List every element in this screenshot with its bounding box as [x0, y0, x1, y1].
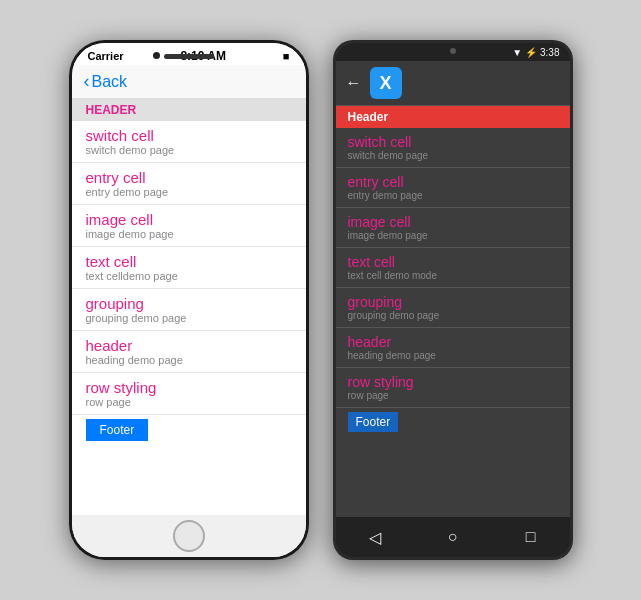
android-app-icon: X — [370, 67, 402, 99]
ios-battery: ■ — [283, 50, 290, 62]
android-cell-subtitle: switch demo page — [348, 150, 558, 161]
iphone-camera — [153, 52, 160, 59]
ios-footer-label: Footer — [86, 419, 149, 441]
android-cell-title: header — [348, 334, 558, 350]
ios-carrier: Carrier — [88, 50, 124, 62]
android-camera — [450, 48, 456, 54]
android-app-icon-label: X — [379, 73, 391, 94]
android-home-button[interactable]: ○ — [438, 525, 468, 549]
ios-back-button[interactable]: ‹ Back — [84, 71, 294, 92]
list-item[interactable]: row styling row page — [336, 368, 570, 408]
android-toolbar-back[interactable]: ← — [346, 74, 362, 92]
android-back-button[interactable]: ◁ — [360, 525, 390, 549]
list-item[interactable]: text cell text celldemo page — [72, 247, 306, 289]
android-toolbar: ← X — [336, 61, 570, 106]
android-footer-label: Footer — [348, 412, 399, 432]
ios-cell-title: text cell — [86, 253, 292, 270]
list-item[interactable]: image cell image demo page — [72, 205, 306, 247]
list-item[interactable]: switch cell switch demo page — [72, 121, 306, 163]
ios-cell-subtitle: image demo page — [86, 228, 292, 240]
android-time: 3:38 — [540, 47, 559, 58]
android-cell-subtitle: entry demo page — [348, 190, 558, 201]
ios-nav-bar: ‹ Back — [72, 65, 306, 99]
android-cell-title: grouping — [348, 294, 558, 310]
ios-list: Header switch cell switch demo page entr… — [72, 99, 306, 445]
list-item[interactable]: header heading demo page — [72, 331, 306, 373]
ios-cell-subtitle: entry demo page — [86, 186, 292, 198]
ios-cell-title: entry cell — [86, 169, 292, 186]
list-item[interactable]: row styling row page — [72, 373, 306, 415]
list-item[interactable]: grouping grouping demo page — [336, 288, 570, 328]
list-item[interactable]: switch cell switch demo page — [336, 128, 570, 168]
ios-cell-subtitle: grouping demo page — [86, 312, 292, 324]
ios-cell-title: switch cell — [86, 127, 292, 144]
android-cell-subtitle: grouping demo page — [348, 310, 558, 321]
ios-cell-title: grouping — [86, 295, 292, 312]
android-cell-title: row styling — [348, 374, 558, 390]
ios-cell-title: header — [86, 337, 292, 354]
android-recent-button[interactable]: □ — [516, 525, 546, 549]
android-status-icons: ▼ ⚡ 3:38 — [512, 47, 559, 58]
ios-cell-title: row styling — [86, 379, 292, 396]
android-content: Header switch cell switch demo page entr… — [336, 106, 570, 517]
ios-cell-subtitle: switch demo page — [86, 144, 292, 156]
android-wifi-icon: ▼ — [512, 47, 522, 58]
ios-content: Header switch cell switch demo page entr… — [72, 99, 306, 515]
ios-cell-subtitle: text celldemo page — [86, 270, 292, 282]
ios-back-label: Back — [92, 73, 128, 91]
ios-cell-subtitle: row page — [86, 396, 292, 408]
android-cell-title: image cell — [348, 214, 558, 230]
list-item[interactable]: image cell image demo page — [336, 208, 570, 248]
android-battery-icon: ⚡ — [525, 47, 537, 58]
android-cell-title: entry cell — [348, 174, 558, 190]
android-nav-bar: ◁ ○ □ — [336, 517, 570, 557]
iphone-speaker — [164, 54, 214, 59]
list-item[interactable]: entry cell entry demo page — [336, 168, 570, 208]
ios-cell-title: image cell — [86, 211, 292, 228]
ios-list-footer: Footer — [72, 415, 306, 445]
android-cell-subtitle: heading demo page — [348, 350, 558, 361]
android-list-footer: Footer — [336, 408, 570, 436]
list-item[interactable]: header heading demo page — [336, 328, 570, 368]
ios-back-chevron: ‹ — [84, 71, 90, 92]
ios-list-header: Header — [72, 99, 306, 121]
ios-cell-subtitle: heading demo page — [86, 354, 292, 366]
ios-home-circle[interactable] — [173, 520, 205, 552]
android-cell-title: switch cell — [348, 134, 558, 150]
android-device: ▼ ⚡ 3:38 ← X Header switch cell switch d… — [333, 40, 573, 560]
android-cell-subtitle: text cell demo mode — [348, 270, 558, 281]
list-item[interactable]: text cell text cell demo mode — [336, 248, 570, 288]
android-cell-subtitle: image demo page — [348, 230, 558, 241]
android-list: Header switch cell switch demo page entr… — [336, 106, 570, 436]
android-cell-title: text cell — [348, 254, 558, 270]
ios-home-button-area — [72, 515, 306, 557]
list-item[interactable]: entry cell entry demo page — [72, 163, 306, 205]
android-cell-subtitle: row page — [348, 390, 558, 401]
list-item[interactable]: grouping grouping demo page — [72, 289, 306, 331]
android-list-header: Header — [336, 106, 570, 128]
iphone-device: Carrier 8:10 AM ■ ‹ Back Header switch c… — [69, 40, 309, 560]
